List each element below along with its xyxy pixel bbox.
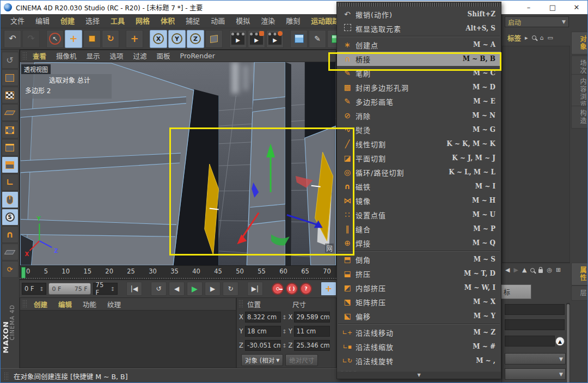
attribute-field[interactable] (505, 304, 565, 315)
panel-grip-icon[interactable] (238, 300, 244, 308)
lock-y-axis-button[interactable]: Y (168, 30, 186, 48)
menu-item-set-point-value[interactable]: ∷ 设置点值M ~ U (337, 208, 501, 222)
menu-item-close-polygon-hole[interactable]: ▩ 封闭多边形孔洞M ~ D (337, 80, 501, 94)
tear-off-bar[interactable] (338, 3, 500, 7)
pen-spline-button[interactable]: ✎ (309, 30, 326, 48)
menu-item-iron[interactable]: ∿ 熨烫M ~ G (337, 123, 501, 137)
workplane-rotation-button[interactable]: ⟳ (2, 261, 19, 278)
viewport-menu-prorender[interactable]: ProRender (175, 52, 220, 60)
next-frame-button[interactable]: ▶ (205, 282, 220, 296)
add-cube-button[interactable] (290, 30, 308, 48)
menu-item-mirror[interactable]: ⋈ 镜像M ~ H (337, 193, 501, 208)
collapse-icon[interactable]: ▭ (548, 34, 553, 41)
render-view-button[interactable]: ▶ (229, 30, 247, 48)
make-editable-button[interactable]: ↺ (2, 52, 19, 69)
menu-file[interactable]: 文件 (5, 14, 30, 28)
tab-attributes[interactable]: 属性 (571, 263, 588, 285)
menu-item-normal-move[interactable]: ∟+ 沿法线移动M ~ Z (337, 325, 501, 339)
pos-x-field[interactable]: 8.322 cm (245, 312, 281, 323)
abs-size-button[interactable]: 绝对尺寸 (285, 354, 318, 366)
expand-icon[interactable]: ⊞ (556, 266, 561, 273)
size-x-field[interactable]: 29.589 cm (294, 312, 330, 323)
goto-end-button[interactable]: ▶| (247, 282, 263, 296)
size-y-field[interactable]: 11 cm (294, 326, 330, 337)
coord-mode-dropdown[interactable]: 对象 (相对▼ (241, 354, 283, 366)
quantize-button[interactable]: S (2, 209, 19, 226)
menu-animate[interactable]: 动画 (205, 14, 230, 28)
keyframe-selection-button[interactable]: ? (300, 283, 312, 295)
lock-z-axis-button[interactable]: Z (187, 30, 204, 48)
panel-grip-icon[interactable] (22, 300, 28, 308)
rotate-tool-button[interactable]: ↻ (102, 30, 119, 48)
record-keyframe-button[interactable] (272, 283, 284, 295)
pos-z-spinner[interactable]: ↕ (282, 343, 286, 349)
menu-item-bevel[interactable]: ⬒ 倒角M ~ S (337, 252, 501, 266)
coordinates-tab-fragment[interactable]: 标 (498, 284, 531, 299)
back-icon[interactable]: ◀ (505, 266, 510, 273)
menu-item-normal-rotate[interactable]: ∟↻ 沿法线旋转M ~ , (337, 354, 501, 368)
play-button[interactable]: ▶ (187, 282, 203, 296)
menu-item-magnet[interactable]: ∩ 磁铁M ~ I (337, 179, 501, 193)
menu-item-stitch-sew[interactable]: ‖ 缝合M ~ P (337, 222, 501, 236)
menu-item-plane-cut[interactable]: ◪ 平面切割K ~ J, M ~ J (337, 151, 501, 165)
current-frame-field[interactable]: 0 F↕ (22, 283, 46, 295)
render-to-picture-button[interactable]: ▶ (248, 30, 265, 48)
expand-arrow-icon[interactable]: ▸ (525, 34, 528, 41)
panel-grip-icon[interactable] (4, 372, 9, 381)
menu-render[interactable]: 渲染 (255, 14, 280, 28)
panel-grip-icon[interactable] (22, 52, 28, 60)
viewport-menu-view[interactable]: 查看 (28, 51, 51, 61)
redo-button[interactable]: ↷ (22, 30, 40, 48)
menu-sculpt[interactable]: 雕刻 (280, 14, 305, 28)
prev-frame-button[interactable]: ◀ (169, 282, 185, 296)
playhead[interactable] (21, 267, 26, 278)
menu-select[interactable]: 选择 (80, 14, 105, 28)
end-frame-field[interactable]: 75 F↕ (93, 283, 118, 295)
edges-mode-button[interactable] (2, 139, 19, 156)
enable-axis-button[interactable]: ∟ (2, 174, 19, 191)
menu-item-normal-scale[interactable]: ∟▪ 沿法线缩放M ~ # (337, 339, 501, 354)
pos-z-field[interactable]: -30.051 cm (245, 340, 281, 351)
menu-item-extrude[interactable]: ⬓ 挤压M ~ T, D (337, 266, 501, 281)
size-z-field[interactable]: 25.346 cm (294, 340, 330, 351)
minimize-button[interactable]: – (517, 1, 541, 14)
tweak-mode-button[interactable] (2, 191, 19, 208)
tab-objects[interactable]: 对象 (571, 32, 588, 54)
search-icon[interactable] (530, 268, 535, 272)
pos-y-spinner[interactable]: ↕ (282, 329, 286, 335)
object-manager-area[interactable] (502, 46, 570, 263)
materials-menu-edit[interactable]: 编辑 (53, 299, 77, 309)
menu-item-weld[interactable]: ⊕ 焊接M ~ Q (337, 236, 501, 250)
texture-mode-button[interactable] (2, 87, 19, 104)
model-mode-button[interactable] (2, 69, 19, 86)
menu-item-create-point[interactable]: ∗ 创建点M ~ A (337, 38, 501, 52)
menu-item-loop-path-cut[interactable]: ◎ 循环/路径切割K ~ L, M ~ L (337, 165, 501, 179)
menu-simulate[interactable]: 模拟 (230, 14, 255, 28)
viewport-menu-options[interactable]: 选项 (105, 51, 128, 61)
search-icon[interactable] (532, 35, 536, 40)
menu-edit[interactable]: 编辑 (30, 14, 55, 28)
tab-structure[interactable]: 构造 (571, 106, 588, 129)
picker-cursor-icon[interactable]: ▲ (555, 337, 565, 346)
frame-range-slider[interactable]: 0 F 75 F (48, 283, 90, 295)
forward-icon[interactable]: ▶ (513, 266, 518, 273)
lock-x-axis-button[interactable]: X (150, 30, 167, 48)
timeline-ruler[interactable]: 05 1015 2025 3035 4045 5055 6065 7075 (20, 266, 336, 280)
workplane-lock-button[interactable] (2, 244, 19, 260)
tab-layers[interactable]: 层 (571, 285, 588, 301)
live-selection-button[interactable]: ↖ (46, 30, 64, 48)
menu-scroll-down-icon[interactable]: ▼ (337, 372, 501, 379)
workplane-mode-button[interactable] (2, 104, 19, 121)
menu-item-smooth-shift[interactable]: ⬕ 偏移M ~ Y (337, 309, 501, 323)
menu-item-extrude-inner[interactable]: ◩ 内部挤压M ~ W, I (337, 281, 501, 295)
menu-create[interactable]: 创建 (55, 14, 80, 28)
prev-key-button[interactable]: ↺ (151, 282, 167, 296)
attribute-field[interactable] (505, 336, 555, 346)
menu-snap[interactable]: 捕捉 (180, 14, 205, 28)
pos-x-spinner[interactable]: ↕ (282, 314, 286, 320)
menu-item-line-cut[interactable]: ╱ 线性切割K ~ K, M ~ K (337, 137, 501, 151)
undo-button[interactable]: ↶ (4, 30, 21, 48)
home-icon[interactable]: ⌂ (540, 34, 544, 41)
move-tool-button[interactable]: + (65, 30, 82, 48)
menu-item-frame-selected[interactable]: 框显选取元素Alt+S, S (337, 21, 501, 35)
